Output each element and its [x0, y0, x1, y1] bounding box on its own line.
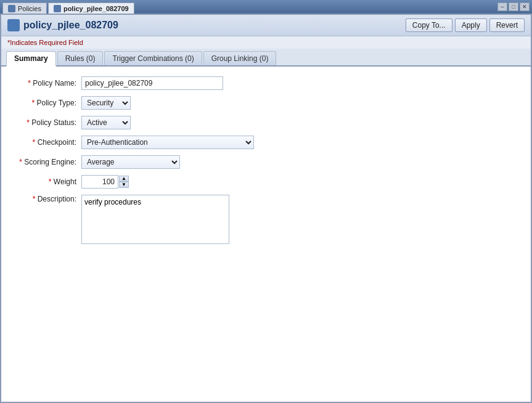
description-row: Description: verify procedures: [7, 195, 525, 244]
tab-trigger-combinations[interactable]: Trigger Combinations (0): [104, 51, 202, 65]
description-textarea[interactable]: verify procedures: [81, 195, 229, 244]
checkpoint-label: Checkpoint:: [7, 138, 81, 147]
scoring-engine-row: Scoring Engine: Average Maximum Minimum …: [7, 155, 525, 169]
form-area: Policy Name: Policy Type: Security Priva…: [1, 67, 531, 402]
weight-input[interactable]: [81, 175, 118, 189]
policy-status-label: Policy Status:: [7, 118, 81, 127]
maximize-button[interactable]: □: [509, 2, 518, 11]
minimize-button[interactable]: –: [497, 2, 507, 11]
weight-row: Weight ▲ ▼: [7, 175, 525, 189]
window-title-text: policy_pjlee_082709: [23, 20, 118, 31]
apply-button[interactable]: Apply: [455, 18, 487, 32]
policies-tab[interactable]: Policies: [2, 2, 47, 14]
tabs-bar: Summary Rules (0) Trigger Combinations (…: [1, 49, 531, 67]
description-label: Description:: [7, 195, 81, 203]
policies-tab-label: Policies: [18, 5, 41, 12]
weight-increment-button[interactable]: ▲: [119, 176, 129, 182]
policy-detail-tab-label: policy_pjlee_082709: [63, 5, 129, 12]
tab-group-linking[interactable]: Group Linking (0): [203, 51, 277, 65]
tab-rules[interactable]: Rules (0): [57, 51, 104, 65]
policy-name-input[interactable]: [81, 76, 223, 90]
policy-type-row: Policy Type: Security Privacy Compliance: [7, 96, 525, 110]
scoring-engine-label: Scoring Engine:: [7, 158, 81, 166]
title-bar: Policies policy_pjlee_082709 – □ ✕: [0, 0, 532, 14]
revert-button[interactable]: Revert: [489, 18, 525, 32]
checkpoint-row: Checkpoint: Pre-Authentication Post-Auth…: [7, 136, 525, 149]
weight-decrement-button[interactable]: ▼: [119, 182, 129, 188]
window-header: policy_pjlee_082709 Copy To... Apply Rev…: [1, 15, 531, 36]
window-title-area: policy_pjlee_082709: [7, 19, 118, 31]
main-window: policy_pjlee_082709 Copy To... Apply Rev…: [0, 14, 532, 403]
weight-spinner: ▲ ▼: [119, 176, 129, 188]
checkpoint-select[interactable]: Pre-Authentication Post-Authentication A…: [81, 136, 254, 149]
header-buttons: Copy To... Apply Revert: [406, 18, 525, 32]
copy-to-button[interactable]: Copy To...: [406, 18, 452, 32]
policy-detail-tab[interactable]: policy_pjlee_082709: [48, 2, 134, 14]
policy-type-label: Policy Type:: [7, 99, 81, 107]
tab-summary[interactable]: Summary: [6, 51, 56, 67]
window-controls: – □ ✕: [497, 2, 530, 11]
weight-label: Weight: [7, 177, 81, 186]
policy-status-row: Policy Status: Active Inactive Draft: [7, 116, 525, 129]
policy-icon: [7, 19, 20, 31]
policy-name-label: Policy Name:: [7, 79, 81, 88]
title-tabs: Policies policy_pjlee_082709: [2, 0, 136, 14]
policy-name-row: Policy Name:: [7, 76, 525, 90]
close-button[interactable]: ✕: [520, 2, 530, 11]
policy-type-select[interactable]: Security Privacy Compliance: [81, 96, 131, 110]
policy-status-select[interactable]: Active Inactive Draft: [81, 116, 131, 129]
policies-tab-icon: [8, 5, 15, 12]
policy-detail-tab-icon: [54, 5, 61, 12]
required-note: *Indicates Required Field: [1, 36, 531, 49]
scoring-engine-select[interactable]: Average Maximum Minimum Sum: [81, 155, 180, 169]
weight-container: ▲ ▼: [81, 175, 129, 189]
